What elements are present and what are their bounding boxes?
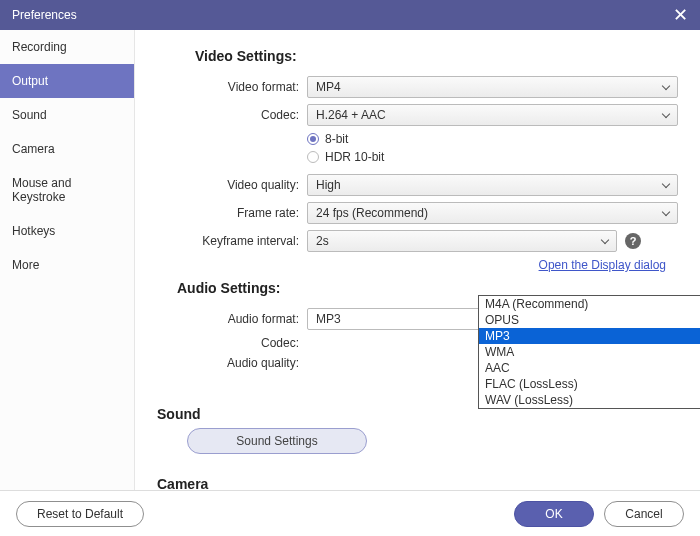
sidebar-item-output[interactable]: Output: [0, 64, 134, 98]
sidebar-item-recording[interactable]: Recording: [0, 30, 134, 64]
chevron-down-icon: [662, 110, 670, 118]
audio-quality-label: Audio quality:: [157, 356, 307, 370]
dropdown-option[interactable]: WAV (LossLess): [479, 392, 700, 408]
audio-format-label: Audio format:: [157, 312, 307, 326]
ok-button[interactable]: OK: [514, 501, 594, 527]
dropdown-option[interactable]: M4A (Recommend): [479, 296, 700, 312]
radio-hdr[interactable]: HDR 10-bit: [307, 150, 384, 164]
audio-format-dropdown[interactable]: M4A (Recommend) OPUS MP3 WMA AAC FLAC (L…: [478, 295, 700, 409]
dropdown-option[interactable]: AAC: [479, 360, 700, 376]
camera-section-heading: Camera: [157, 476, 678, 490]
video-codec-select[interactable]: H.264 + AAC: [307, 104, 678, 126]
video-quality-select[interactable]: High: [307, 174, 678, 196]
dropdown-option[interactable]: FLAC (LossLess): [479, 376, 700, 392]
frame-rate-label: Frame rate:: [157, 206, 307, 220]
radio-8bit[interactable]: 8-bit: [307, 132, 348, 146]
dropdown-option[interactable]: WMA: [479, 344, 700, 360]
window-title: Preferences: [12, 8, 77, 22]
close-icon[interactable]: ✕: [673, 6, 688, 24]
footer: Reset to Default OK Cancel: [0, 490, 700, 536]
sound-settings-button[interactable]: Sound Settings: [187, 428, 367, 454]
audio-codec-label: Codec:: [157, 336, 307, 350]
chevron-down-icon: [601, 236, 609, 244]
open-display-dialog-link[interactable]: Open the Display dialog: [157, 258, 666, 272]
dropdown-option[interactable]: OPUS: [479, 312, 700, 328]
chevron-down-icon: [662, 180, 670, 188]
sidebar-item-hotkeys[interactable]: Hotkeys: [0, 214, 134, 248]
sidebar-item-mouse-keystroke[interactable]: Mouse and Keystroke: [0, 166, 134, 214]
frame-rate-select[interactable]: 24 fps (Recommend): [307, 202, 678, 224]
keyframe-label: Keyframe interval:: [157, 234, 307, 248]
keyframe-select[interactable]: 2s: [307, 230, 617, 252]
video-quality-label: Video quality:: [157, 178, 307, 192]
video-codec-label: Codec:: [157, 108, 307, 122]
sidebar-item-camera[interactable]: Camera: [0, 132, 134, 166]
sidebar: Recording Output Sound Camera Mouse and …: [0, 30, 135, 490]
sidebar-item-more[interactable]: More: [0, 248, 134, 282]
reset-to-default-button[interactable]: Reset to Default: [16, 501, 144, 527]
dropdown-option[interactable]: MP3: [479, 328, 700, 344]
video-settings-heading: Video Settings:: [195, 48, 678, 64]
title-bar: Preferences ✕: [0, 0, 700, 30]
content-pane: Video Settings: Video format: MP4 Codec:…: [135, 30, 700, 490]
audio-settings-heading: Audio Settings:: [177, 280, 678, 296]
help-icon[interactable]: ?: [625, 233, 641, 249]
cancel-button[interactable]: Cancel: [604, 501, 684, 527]
video-format-select[interactable]: MP4: [307, 76, 678, 98]
chevron-down-icon: [662, 82, 670, 90]
sidebar-item-sound[interactable]: Sound: [0, 98, 134, 132]
chevron-down-icon: [662, 208, 670, 216]
video-format-label: Video format:: [157, 80, 307, 94]
